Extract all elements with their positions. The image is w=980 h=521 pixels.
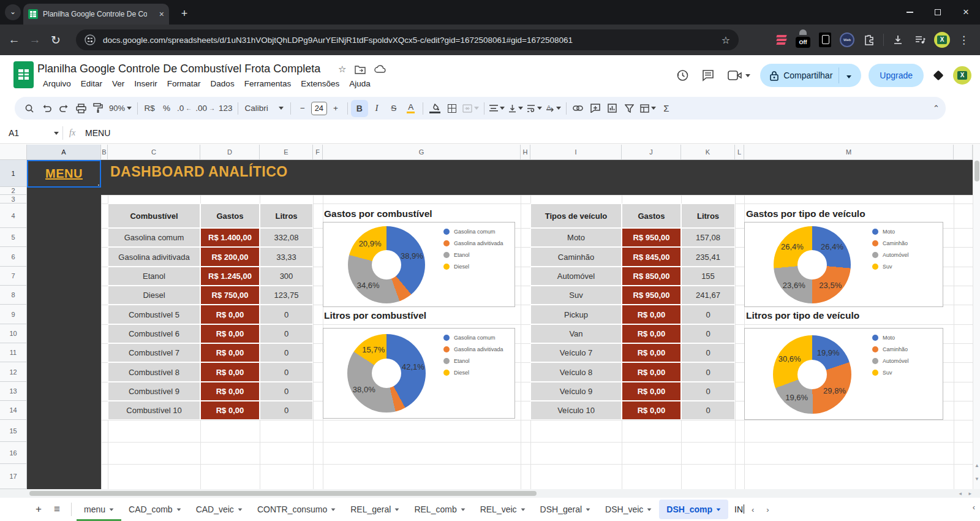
share-button[interactable]: Compartilhar xyxy=(760,64,861,87)
font-selector[interactable]: Calibri xyxy=(241,100,287,117)
row-header-6[interactable]: 6 xyxy=(0,247,27,267)
tabs-scroll-right-icon[interactable]: › xyxy=(760,500,775,519)
video-call-icon[interactable] xyxy=(725,66,753,85)
increase-decimal-button[interactable]: .00→ xyxy=(194,100,217,117)
row-header-9[interactable]: 9 xyxy=(0,305,27,324)
paint-format-icon[interactable] xyxy=(89,100,107,117)
column-header-B[interactable]: B xyxy=(101,145,108,160)
sheets-logo-icon[interactable] xyxy=(13,61,34,88)
share-dropdown-icon[interactable] xyxy=(839,70,859,81)
playlist-icon[interactable] xyxy=(912,32,928,48)
row-header-8[interactable]: 8 xyxy=(0,286,27,305)
row-header-4[interactable]: 4 xyxy=(0,203,27,228)
italic-button[interactable]: I xyxy=(368,100,385,117)
menu-item-dados[interactable]: Dados xyxy=(206,77,239,90)
sheet-tab-REL_comb[interactable]: REL_comb xyxy=(407,500,472,519)
menu-item-ver[interactable]: Ver xyxy=(107,77,129,90)
formula-input[interactable]: MENU xyxy=(85,128,110,138)
window-maximize-button[interactable] xyxy=(924,0,952,25)
redo-icon[interactable] xyxy=(55,100,72,117)
fill-color-button[interactable] xyxy=(426,100,443,117)
chart-3[interactable]: 26,4%23,5%23,6%26,4%MotoCaminhãoAutomóve… xyxy=(744,222,943,307)
sheet-tab-menu-icon[interactable] xyxy=(521,508,525,511)
sheet-tab-menu-icon[interactable] xyxy=(717,508,721,511)
sheet-tab-partial[interactable]: IN xyxy=(728,500,745,519)
menu-item-arquivo[interactable]: Arquivo xyxy=(38,77,76,90)
horizontal-scrollbar[interactable]: ◂ ▸ xyxy=(0,489,980,498)
menu-item-inserir[interactable]: Inserir xyxy=(129,77,162,90)
row-header-15[interactable]: 15 xyxy=(0,420,27,442)
row-header-5[interactable]: 5 xyxy=(0,228,27,247)
name-box[interactable]: A1 xyxy=(0,128,53,138)
column-header-E[interactable]: E xyxy=(260,145,313,160)
favorite-star-icon[interactable]: ☆ xyxy=(338,64,346,75)
tab-close-icon[interactable]: × xyxy=(159,9,164,19)
column-header-D[interactable]: D xyxy=(200,145,260,160)
sheet-tab-menu-icon[interactable] xyxy=(110,508,114,511)
column-header-L[interactable]: L xyxy=(735,145,744,160)
row-header-2[interactable]: 2 xyxy=(0,187,27,195)
borders-button[interactable] xyxy=(443,100,461,117)
sheet-tab-CONTR_consumo[interactable]: CONTR_consumo xyxy=(250,500,343,519)
menu-item-editar[interactable]: Editar xyxy=(76,77,107,90)
row-header-3[interactable]: 3 xyxy=(0,195,27,203)
row-header-12[interactable]: 12 xyxy=(0,362,27,382)
sheet-tab-menu-icon[interactable] xyxy=(647,508,652,511)
extension-black-icon[interactable] xyxy=(817,32,833,48)
text-wrapping-button[interactable] xyxy=(525,100,544,117)
gemini-sparkle-icon[interactable] xyxy=(933,70,944,81)
strikethrough-button[interactable]: S xyxy=(385,100,402,117)
undo-icon[interactable] xyxy=(38,100,55,117)
merge-cells-button[interactable] xyxy=(461,100,481,117)
sheet-tab-REL_geral[interactable]: REL_geral xyxy=(343,500,407,519)
document-title[interactable]: Planilha Google Controle De Combustível … xyxy=(37,63,320,75)
row-header-13[interactable]: 13 xyxy=(0,382,27,401)
row-header-16[interactable]: 16 xyxy=(0,442,27,464)
all-sheets-button[interactable]: ≡ xyxy=(48,503,66,515)
downloads-icon[interactable] xyxy=(890,32,906,48)
chart-2[interactable]: 42,1%38,0%15,7%Gasolina comumGasolina ad… xyxy=(323,328,515,419)
chrome-menu-icon[interactable]: ⋮ xyxy=(956,34,971,47)
extension-web-icon[interactable]: Web xyxy=(839,32,855,48)
chart-4[interactable]: 19,9%29,8%19,6%30,6%MotoCaminhãoAutomóve… xyxy=(744,328,943,420)
column-header-M[interactable]: M xyxy=(744,145,954,160)
column-header-J[interactable]: J xyxy=(622,145,681,160)
increase-font-size-button[interactable]: + xyxy=(327,100,344,117)
sheet-tab-DSH_comp[interactable]: DSH_comp xyxy=(659,500,728,519)
sheet-tab-DSH_veic[interactable]: DSH_veic xyxy=(598,500,659,519)
horizontal-scroll-thumb[interactable] xyxy=(29,491,537,496)
comments-icon[interactable] xyxy=(699,66,717,85)
currency-format-button[interactable]: R$ xyxy=(141,100,158,117)
grid-corner[interactable] xyxy=(0,145,27,160)
profile-avatar[interactable]: X xyxy=(934,32,950,48)
column-header-C[interactable]: C xyxy=(108,145,200,160)
scroll-up-icon[interactable]: ▲ xyxy=(973,461,980,471)
back-icon[interactable]: ← xyxy=(4,33,24,47)
row-header-17[interactable]: 17 xyxy=(0,464,27,489)
print-icon[interactable] xyxy=(72,100,89,117)
insert-chart-icon[interactable] xyxy=(604,100,621,117)
bookmark-star-icon[interactable]: ☆ xyxy=(722,34,730,46)
reload-icon[interactable]: ↻ xyxy=(45,33,66,47)
browser-tab[interactable]: Planilha Google Controle De Co × xyxy=(23,4,169,25)
chart-1[interactable]: 38,9%34,6%20,9%Gasolina comumGasolina ad… xyxy=(323,222,515,307)
sheet-tab-menu-icon[interactable] xyxy=(395,508,399,511)
address-bar[interactable]: docs.google.com/spreadsheets/d/1uN31hVOb… xyxy=(76,29,739,50)
sheet-tab-menu[interactable]: menu xyxy=(77,500,121,519)
account-avatar[interactable]: X xyxy=(953,66,971,85)
row-header-14[interactable]: 14 xyxy=(0,401,27,420)
column-header-A[interactable]: A xyxy=(27,145,101,160)
add-sheet-button[interactable]: + xyxy=(29,503,48,515)
sheet-tab-DSH_geral[interactable]: DSH_geral xyxy=(533,500,598,519)
insert-link-icon[interactable] xyxy=(570,100,587,117)
column-header-I[interactable]: I xyxy=(530,145,622,160)
cloud-status-icon[interactable] xyxy=(374,65,386,74)
sheet-tab-CAD_comb[interactable]: CAD_comb xyxy=(121,500,189,519)
column-header-F[interactable]: F xyxy=(313,145,323,160)
tabs-scroll-left-icon[interactable]: ‹ xyxy=(745,500,760,519)
text-color-button[interactable]: A xyxy=(402,100,420,117)
collapse-toolbar-icon[interactable]: ⌃ xyxy=(933,104,940,113)
sheet-tab-CAD_veic[interactable]: CAD_veic xyxy=(189,500,250,519)
horizontal-align-button[interactable] xyxy=(488,100,507,117)
row-header-7[interactable]: 7 xyxy=(0,267,27,286)
